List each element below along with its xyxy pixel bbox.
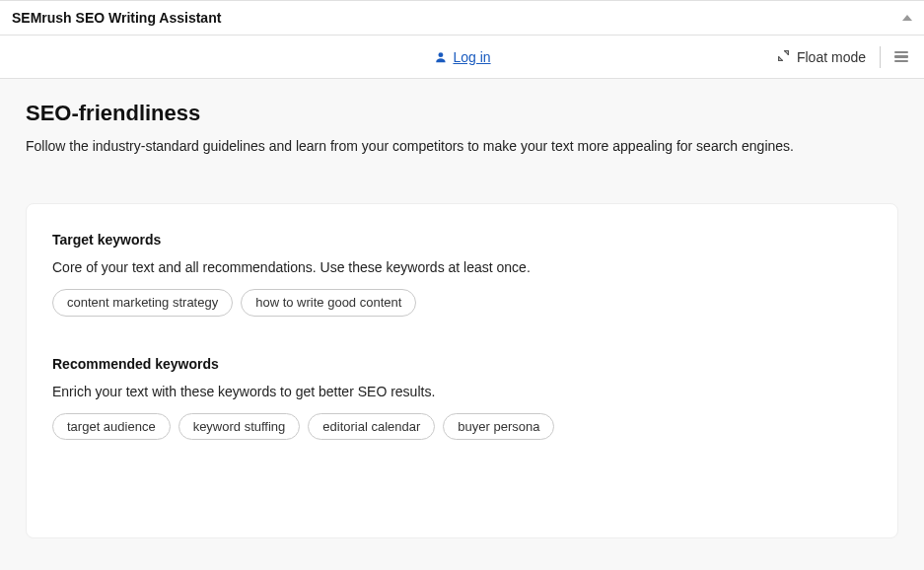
menu-icon[interactable]	[894, 47, 908, 67]
float-mode-button[interactable]: Float mode	[777, 49, 866, 65]
target-keywords-title: Target keywords	[52, 232, 872, 248]
float-mode-label: Float mode	[797, 49, 866, 65]
login-label: Log in	[453, 49, 490, 65]
user-icon	[433, 50, 447, 64]
page-title: SEO-friendliness	[26, 101, 898, 126]
target-keywords-row: content marketing strategyhow to write g…	[52, 289, 872, 317]
recommended-keyword-pill[interactable]: buyer persona	[443, 413, 554, 441]
page-description: Follow the industry-standard guidelines …	[26, 138, 898, 154]
target-keyword-pill[interactable]: content marketing strategy	[52, 289, 233, 317]
target-keywords-description: Core of your text and all recommendation…	[52, 259, 872, 275]
recommended-keyword-pill[interactable]: keyword stuffing	[178, 413, 301, 441]
keywords-card: Target keywords Core of your text and al…	[26, 203, 898, 538]
target-keyword-pill[interactable]: how to write good content	[241, 289, 416, 317]
toolbar-divider	[880, 46, 881, 68]
recommended-keywords-description: Enrich your text with these keywords to …	[52, 384, 872, 399]
float-mode-icon	[777, 49, 790, 65]
recommended-keyword-pill[interactable]: target audience	[52, 413, 171, 441]
recommended-keyword-pill[interactable]: editorial calendar	[308, 413, 435, 441]
app-title: SEMrush SEO Writing Assistant	[12, 10, 221, 26]
recommended-keywords-title: Recommended keywords	[52, 356, 872, 372]
svg-point-0	[438, 52, 443, 57]
login-link[interactable]: Log in	[433, 49, 490, 65]
recommended-keywords-row: target audiencekeyword stuffingeditorial…	[52, 413, 872, 441]
collapse-icon[interactable]	[902, 15, 912, 21]
